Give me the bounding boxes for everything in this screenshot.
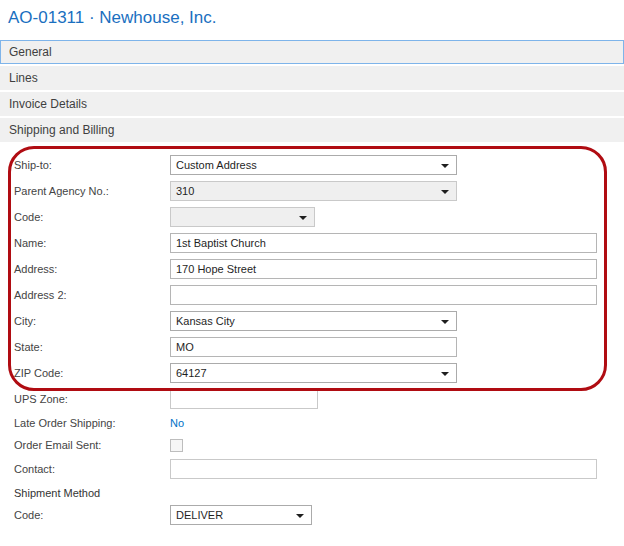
parent-agency-value: 310 (176, 185, 194, 197)
order-email-sent-checkbox[interactable] (170, 439, 183, 452)
ups-zone-row: UPS Zone: (0, 389, 624, 409)
ship-to-row: Ship-to: Custom Address (0, 155, 624, 175)
shipment-code-label: Code: (0, 509, 170, 521)
state-label: State: (0, 341, 170, 353)
page-title: AO-01311 · Newhouse, Inc. (8, 8, 217, 28)
contact-row: Contact: (0, 459, 624, 479)
order-email-sent-label: Order Email Sent: (0, 439, 170, 451)
parent-agency-label: Parent Agency No.: (0, 185, 170, 197)
section-list: General Lines Invoice Details Shipping a… (0, 40, 624, 144)
zip-label: ZIP Code: (0, 367, 170, 379)
code-label: Code: (0, 211, 170, 223)
ship-to-combobox[interactable]: Custom Address (170, 155, 457, 175)
section-header-shipping-and-billing[interactable]: Shipping and Billing (0, 118, 624, 142)
shipment-method-group-row: Shipment Method (0, 485, 624, 501)
section-header-lines[interactable]: Lines (0, 66, 624, 90)
contact-input[interactable] (170, 459, 597, 479)
shipment-method-group-label: Shipment Method (0, 487, 100, 499)
shipping-and-billing-form: Ship-to: Custom Address Parent Agency No… (0, 142, 624, 531)
late-order-shipping-link[interactable]: No (170, 417, 184, 429)
city-label: City: (0, 315, 170, 327)
order-email-sent-row: Order Email Sent: (0, 437, 624, 453)
name-input[interactable] (170, 233, 597, 253)
chevron-down-icon[interactable] (441, 164, 449, 168)
ups-zone-input[interactable] (170, 389, 318, 409)
parent-agency-row: Parent Agency No.: 310 (0, 181, 624, 201)
ups-zone-label: UPS Zone: (0, 393, 170, 405)
name-label: Name: (0, 237, 170, 249)
address-input[interactable] (170, 259, 597, 279)
chevron-down-icon[interactable] (299, 216, 307, 220)
chevron-down-icon[interactable] (441, 372, 449, 376)
name-row: Name: (0, 233, 624, 253)
address2-row: Address 2: (0, 285, 624, 305)
state-input[interactable] (170, 337, 457, 357)
code-row: Code: (0, 207, 624, 227)
contact-label: Contact: (0, 463, 170, 475)
zip-row: ZIP Code: 64127 (0, 363, 624, 383)
chevron-down-icon[interactable] (441, 320, 449, 324)
city-value: Kansas City (176, 315, 235, 327)
address-row: Address: (0, 259, 624, 279)
shipment-code-combobox[interactable]: DELIVER (170, 505, 312, 525)
zip-value: 64127 (176, 367, 207, 379)
chevron-down-icon[interactable] (441, 190, 449, 194)
address2-input[interactable] (170, 285, 597, 305)
section-header-invoice-details[interactable]: Invoice Details (0, 92, 624, 116)
ship-to-label: Ship-to: (0, 159, 170, 171)
address2-label: Address 2: (0, 289, 170, 301)
shipment-code-row: Code: DELIVER (0, 505, 624, 525)
code-combobox[interactable] (170, 207, 315, 227)
parent-agency-combobox[interactable]: 310 (170, 181, 457, 201)
ship-to-value: Custom Address (176, 159, 257, 171)
shipment-code-value: DELIVER (176, 509, 223, 521)
address-label: Address: (0, 263, 170, 275)
late-order-shipping-row: Late Order Shipping: No (0, 415, 624, 431)
city-row: City: Kansas City (0, 311, 624, 331)
city-combobox[interactable]: Kansas City (170, 311, 457, 331)
late-order-shipping-label: Late Order Shipping: (0, 417, 170, 429)
state-row: State: (0, 337, 624, 357)
chevron-down-icon[interactable] (296, 514, 304, 518)
section-header-general[interactable]: General (0, 40, 624, 64)
zip-combobox[interactable]: 64127 (170, 363, 457, 383)
